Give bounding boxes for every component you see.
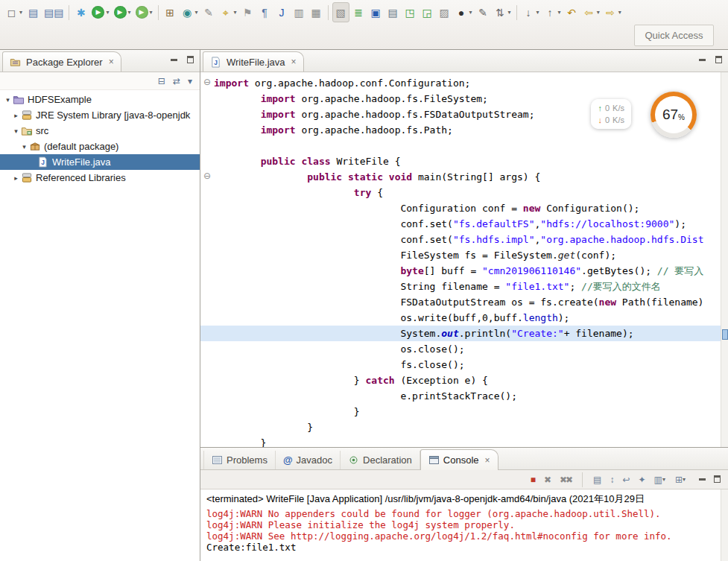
- save-button[interactable]: ▤: [25, 3, 41, 22]
- close-icon[interactable]: ×: [109, 57, 114, 67]
- dropdown-arrow-icon[interactable]: ▾: [234, 9, 237, 16]
- close-icon[interactable]: ×: [485, 455, 490, 466]
- new-package-button[interactable]: ◳: [402, 3, 418, 22]
- snippets-button[interactable]: ▧: [332, 2, 349, 22]
- new-button[interactable]: ◻▾: [4, 3, 24, 22]
- mark-edit-button[interactable]: ✎: [475, 3, 491, 22]
- code-line[interactable]: conf.set("fs.hdfs.impl","org.apache.hado…: [200, 232, 721, 247]
- debug-button[interactable]: ▶▾: [90, 3, 110, 22]
- dropdown-arrow-icon[interactable]: ▾: [469, 9, 472, 16]
- console-scrollbar[interactable]: [721, 489, 728, 561]
- code-line[interactable]: import org.apache.hadoop.fs.FSDataOutput…: [200, 107, 721, 122]
- code-line[interactable]: os.close();: [200, 341, 721, 357]
- code-line[interactable]: import org.apache.hadoop.fs.Path;: [200, 122, 721, 138]
- run-button[interactable]: ▶▾: [113, 3, 133, 22]
- dropdown-arrow-icon[interactable]: ▾: [558, 9, 561, 16]
- search-button[interactable]: ⌖▾: [218, 3, 238, 22]
- maximize-button[interactable]: [714, 55, 724, 65]
- dropdown-arrow-icon[interactable]: ▾: [508, 9, 511, 16]
- dropdown-arrow-icon[interactable]: ▾: [618, 9, 621, 16]
- occurrence-marker[interactable]: [722, 329, 728, 340]
- dropdown-arrow-icon[interactable]: ▾: [19, 9, 22, 16]
- coverage-button[interactable]: ≣: [351, 3, 367, 22]
- code-line[interactable]: byte[] buff = "cmn201906110146".getBytes…: [200, 263, 721, 279]
- code-line[interactable]: Configuration conf = new Configuration()…: [200, 200, 721, 216]
- tree-expander-icon[interactable]: ▾: [19, 143, 29, 150]
- type-hierarchy-button[interactable]: ▥: [291, 3, 307, 22]
- tree-item-default-package[interactable]: ▾(default package): [0, 139, 200, 154]
- maximize-button[interactable]: [712, 475, 722, 484]
- tree-item-writefile-java[interactable]: JWriteFile.java: [0, 154, 200, 170]
- format-button[interactable]: ¶: [257, 3, 273, 22]
- code-line[interactable]: fs.close();: [200, 357, 721, 373]
- dropdown-arrow-icon[interactable]: ▾: [106, 9, 109, 16]
- code-line[interactable]: [200, 138, 721, 153]
- tree-expander-icon[interactable]: ▸: [11, 174, 21, 182]
- collapse-all-icon[interactable]: ⊟: [158, 76, 165, 86]
- external-tools-button[interactable]: ▶▾: [134, 3, 154, 22]
- remove-launch-button[interactable]: ✖: [542, 470, 551, 489]
- dropdown-arrow-icon[interactable]: ▾: [662, 476, 665, 483]
- open-package-button[interactable]: ◲: [420, 3, 435, 22]
- code-line[interactable]: try {: [200, 185, 721, 200]
- code-line[interactable]: ⊖ public static void main(String[] args)…: [200, 169, 721, 185]
- scroll-lock-button[interactable]: ↕: [608, 470, 614, 489]
- tab-javadoc[interactable]: @Javadoc: [276, 451, 341, 469]
- dropdown-arrow-icon[interactable]: ▾: [150, 9, 153, 16]
- tab-package-explorer[interactable]: Package Explorer ×: [2, 51, 121, 72]
- code-line[interactable]: FileSystem fs = FileSystem.get(conf);: [200, 247, 721, 263]
- tree-expander-icon[interactable]: ▾: [3, 96, 13, 104]
- dropdown-arrow-icon[interactable]: ▾: [683, 476, 686, 483]
- code-line[interactable]: e.printStackTrace();: [200, 388, 721, 404]
- minimize-button[interactable]: [697, 475, 707, 484]
- code-line[interactable]: String filename = "file1.txt"; //要写入的文件名: [200, 279, 721, 294]
- console-body[interactable]: <terminated> WriteFile [Java Application…: [200, 489, 728, 561]
- fold-collapse-icon[interactable]: ⊖: [200, 169, 214, 185]
- dropdown-arrow-icon[interactable]: ▾: [597, 9, 600, 16]
- overview-ruler[interactable]: [721, 72, 728, 447]
- fold-collapse-icon[interactable]: ⊖: [200, 75, 214, 91]
- open-console-button[interactable]: ▤: [385, 3, 401, 22]
- code-line[interactable]: import org.apache.hadoop.fs.FileSystem;: [200, 91, 721, 107]
- tree-item-referenced-libraries[interactable]: ▸Referenced Libraries: [0, 170, 200, 186]
- code-line[interactable]: os.write(buff,0,buff.length);: [200, 310, 721, 326]
- tab-declaration[interactable]: Declaration: [341, 451, 420, 469]
- terminate-button[interactable]: ■: [529, 470, 536, 489]
- tree-item-src[interactable]: ▾src: [0, 123, 200, 139]
- code-line[interactable]: }: [200, 419, 721, 435]
- forward-button[interactable]: ⇨▾: [603, 3, 623, 22]
- code-line[interactable]: } catch (Exception e) {: [200, 373, 721, 388]
- tab-problems[interactable]: Problems: [203, 451, 276, 469]
- tab-writefile-java[interactable]: J WriteFile.java ×: [203, 51, 304, 72]
- java-file-button[interactable]: ▣: [368, 3, 384, 22]
- quick-access-button[interactable]: Quick Access: [634, 25, 714, 46]
- tab-console[interactable]: Console×: [420, 449, 498, 470]
- last-edit-location-button[interactable]: ↶: [564, 3, 580, 22]
- remove-all-terminated-button[interactable]: ✖✖: [558, 470, 573, 489]
- new-wizard-button[interactable]: ✱: [73, 3, 89, 22]
- dropdown-arrow-icon[interactable]: ▾: [536, 9, 539, 16]
- previous-annotation-button[interactable]: ↑▾: [542, 3, 563, 22]
- new-java-class-button[interactable]: ◉▾: [180, 3, 200, 22]
- link-with-editor-icon[interactable]: ⇄: [173, 76, 180, 86]
- display-selected-console-button[interactable]: ▥▾: [653, 470, 667, 489]
- maximize-button[interactable]: [186, 55, 195, 65]
- dropdown-arrow-icon[interactable]: ▾: [195, 9, 198, 16]
- minimize-button[interactable]: [697, 55, 707, 65]
- code-area[interactable]: ⊖import org.apache.hadoop.conf.Configura…: [200, 72, 721, 447]
- word-wrap-button[interactable]: ↩: [621, 470, 630, 489]
- code-line[interactable]: System.out.println("Create:"+ filename);: [200, 326, 721, 341]
- pin-console-button[interactable]: ✦: [637, 470, 646, 489]
- open-element-button[interactable]: ✎: [201, 3, 217, 22]
- tree-expander-icon[interactable]: ▾: [11, 127, 21, 135]
- tree-item-jre-system-library-java-8-openjdk[interactable]: ▸JRE System Library [java-8-openjdk: [0, 107, 200, 123]
- close-icon[interactable]: ×: [291, 57, 297, 67]
- clear-console-button[interactable]: ▤: [592, 470, 601, 489]
- user-profile-button[interactable]: ●▾: [454, 3, 474, 22]
- view-menu-icon[interactable]: ▾: [188, 76, 192, 86]
- code-line[interactable]: }: [200, 435, 721, 447]
- minimize-button[interactable]: [169, 55, 179, 65]
- open-console-button[interactable]: ⊞▾: [674, 470, 687, 489]
- toggle-mark-occurrences-button[interactable]: ⚑: [240, 3, 256, 22]
- next-annotation-button[interactable]: ↓▾: [521, 3, 541, 22]
